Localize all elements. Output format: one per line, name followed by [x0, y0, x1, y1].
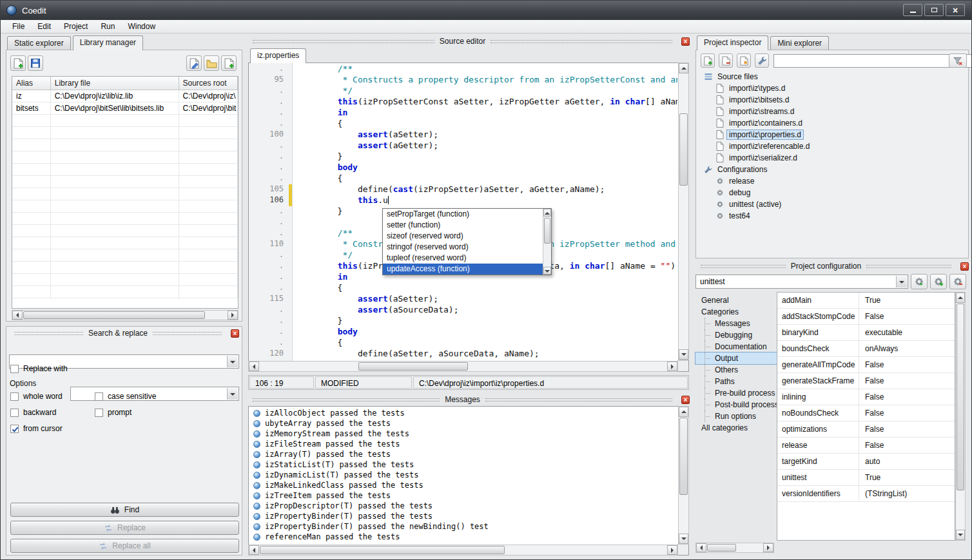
category-others[interactable]: Others	[695, 364, 777, 376]
save-library-list-button[interactable]	[28, 55, 43, 71]
property-value[interactable]: False	[859, 405, 955, 421]
messages-close-button[interactable]: ×	[681, 396, 690, 404]
edit-alias-button[interactable]	[186, 55, 202, 71]
property-value[interactable]: False	[859, 421, 955, 437]
source-editor-close-button[interactable]: ×	[681, 37, 690, 46]
scroll-down-button[interactable]	[679, 534, 688, 544]
table-row[interactable]: izC:\Dev\dproj\iz\lib\iz.libC:\Dev\dproj…	[12, 90, 238, 102]
message-item[interactable]: izTreeItem passed the tests	[253, 490, 677, 501]
add-source-button[interactable]	[701, 53, 715, 68]
minimize-button[interactable]	[903, 4, 922, 16]
tab-mini-explorer[interactable]: Mini explorer	[770, 36, 829, 50]
tree-config[interactable]: debug	[700, 187, 967, 198]
completion-item[interactable]: stringof (reserved word)	[383, 242, 543, 253]
scroll-up-button[interactable]	[543, 209, 551, 217]
message-item[interactable]: izAllocObject passed the tests	[253, 408, 677, 418]
message-item[interactable]: izPropertyBinder(T) passed the newBindin…	[253, 521, 677, 532]
add-library-button[interactable]	[10, 55, 26, 71]
message-item[interactable]: izDynamicList(T) passed the tests	[253, 470, 677, 480]
filter-button[interactable]	[949, 53, 967, 68]
category-documentation[interactable]: Documentation	[695, 341, 777, 352]
tree-file[interactable]: import\iz\serializer.d	[700, 152, 967, 164]
inspector-filter-input[interactable]	[773, 54, 972, 68]
completion-item[interactable]: tupleof (reserved word)	[383, 253, 543, 264]
completion-item[interactable]: setPropTarget (function)	[383, 209, 543, 220]
category-all-categories[interactable]: All categories	[695, 422, 777, 434]
tree-configurations[interactable]: Configurations	[700, 164, 967, 175]
editor-vscrollbar[interactable]	[678, 63, 689, 360]
open-library-file-button[interactable]	[204, 55, 219, 71]
tree-file[interactable]: import\iz\bitsets.d	[700, 94, 967, 106]
title-bar[interactable]: Coedit ×	[1, 1, 971, 20]
property-value[interactable]: False	[859, 389, 955, 405]
checkbox-from-cursor[interactable]: from cursor	[10, 421, 95, 436]
tab-project-inspector[interactable]: Project inspector	[697, 35, 768, 50]
tab-static-explorer[interactable]: Static explorer	[7, 36, 71, 50]
scroll-thumb[interactable]	[679, 113, 688, 186]
scroll-up-button[interactable]	[679, 63, 688, 73]
category-run-options[interactable]: Run options	[695, 410, 777, 422]
tree-file[interactable]: import\iz\referencable.d	[700, 140, 967, 152]
scroll-thumb[interactable]	[679, 418, 688, 495]
replace-with-checkbox[interactable]: Replace with	[10, 361, 68, 376]
menu-window[interactable]: Window	[121, 20, 162, 34]
project-configuration-header[interactable]: Project configuration ×	[695, 261, 969, 271]
category-categories[interactable]: Categories	[695, 306, 777, 318]
scroll-left-button[interactable]	[696, 543, 706, 552]
property-value[interactable]: False	[859, 373, 955, 389]
category-paths[interactable]: Paths	[695, 376, 777, 387]
message-item[interactable]: izPropDescriptor(T) passed the tests	[253, 501, 677, 511]
property-value[interactable]: False	[859, 309, 955, 324]
checkbox-prompt[interactable]: prompt	[95, 405, 236, 420]
close-button[interactable]: ×	[946, 4, 965, 16]
checkbox-whole-word[interactable]: whole word	[10, 389, 95, 404]
scroll-up-button[interactable]	[956, 293, 965, 303]
tree-config[interactable]: unittest (active)	[700, 198, 967, 210]
scroll-down-button[interactable]	[679, 349, 688, 360]
column-header[interactable]: Alias	[12, 77, 51, 90]
scroll-thumb[interactable]	[957, 304, 964, 490]
messages-vscrollbar[interactable]	[678, 406, 689, 545]
completion-item[interactable]: setter (function)	[383, 220, 543, 231]
message-item[interactable]: izPropertyBinder(T) passed the tests	[253, 511, 677, 521]
table-row[interactable]: bitsetsC:\Dev\dproj\bitSet\lib\bitsets.l…	[12, 102, 238, 115]
category-pre-build-process[interactable]: Pre-build process	[695, 387, 777, 399]
message-item[interactable]: izStaticList(T) passed the tests	[253, 459, 677, 470]
menu-run[interactable]: Run	[94, 20, 121, 34]
completion-item[interactable]: sizeof (reserved word)	[383, 231, 543, 242]
tree-config[interactable]: test64	[700, 210, 967, 222]
add-config-button[interactable]	[930, 274, 947, 289]
property-value[interactable]: False	[859, 438, 955, 453]
tree-config[interactable]: release	[700, 175, 967, 187]
source-editor-header[interactable]: Source editor ×	[248, 36, 690, 46]
messages-hscrollbar[interactable]	[248, 545, 678, 555]
checkbox-case-sensitive[interactable]: case sensitive	[95, 389, 236, 404]
tab-library-manager[interactable]: Library manager	[73, 35, 143, 50]
tree-file[interactable]: import\iz\properties.d	[700, 129, 967, 140]
property-value[interactable]: True	[859, 293, 955, 308]
config-selector[interactable]: unittest	[695, 275, 908, 289]
scroll-right-button[interactable]	[763, 543, 773, 552]
remove-config-button[interactable]	[949, 274, 966, 289]
column-header[interactable]: Library file	[51, 77, 179, 90]
property-value[interactable]: (TStringList)	[859, 486, 955, 501]
chevron-down-icon[interactable]	[227, 356, 238, 367]
search-panel-close-button[interactable]: ×	[231, 329, 239, 338]
property-grid-vscrollbar[interactable]	[955, 292, 966, 541]
category-output[interactable]: Output	[695, 352, 777, 364]
scroll-down-button[interactable]	[543, 267, 551, 275]
editor-hscrollbar[interactable]	[248, 361, 678, 372]
project-configuration-close-button[interactable]: ×	[960, 262, 969, 271]
scroll-thumb[interactable]	[544, 218, 550, 244]
scroll-left-button[interactable]	[249, 362, 259, 371]
scroll-left-button[interactable]	[249, 545, 259, 555]
checkbox-backward[interactable]: backward	[10, 405, 95, 420]
replace-button[interactable]: Replace	[10, 521, 239, 535]
maximize-button[interactable]	[924, 4, 944, 16]
scroll-thumb[interactable]	[23, 311, 205, 319]
message-item[interactable]: izMakeLinkedClass passed the tests	[253, 480, 677, 490]
scroll-down-button[interactable]	[956, 530, 965, 540]
replace-all-button[interactable]: Replace all	[10, 539, 239, 553]
message-item[interactable]: izFileStream passed the tests	[253, 439, 677, 449]
category-messages[interactable]: Messages	[695, 318, 777, 329]
